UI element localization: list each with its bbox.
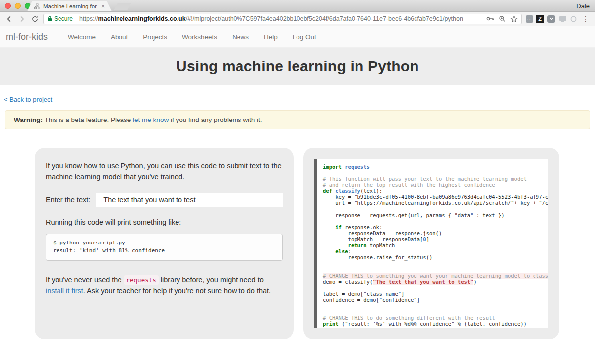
install-it-first-link[interactable]: install it first <box>46 287 83 295</box>
code-line <box>323 218 548 224</box>
code-line: else: <box>323 248 548 254</box>
code-line: responseData = response.json() <box>323 230 548 236</box>
code-line: return topMatch <box>323 243 548 248</box>
nav-item-projects[interactable]: Projects <box>135 33 175 41</box>
intro-text: If you know how to use Python, you can u… <box>46 161 283 182</box>
extension-icons: … Z <box>526 15 577 23</box>
security-label: Secure <box>54 15 73 22</box>
python-code-block[interactable]: import requests # This function will pas… <box>314 159 548 328</box>
outro-mid: library before, you might need to <box>159 276 264 284</box>
browser-menu-icon[interactable]: ⋮ <box>581 15 591 23</box>
code-line <box>323 260 548 266</box>
nav-item-about[interactable]: About <box>103 33 135 41</box>
code-line: # This function will pass your text to t… <box>323 176 548 182</box>
code-panel: import requests # This function will pas… <box>303 148 559 339</box>
code-line <box>323 285 548 291</box>
address-bar[interactable]: Secure https://machinelearningforkids.co… <box>43 14 522 24</box>
security-indicator[interactable]: Secure <box>47 15 73 22</box>
enter-text-label: Enter the text: <box>46 196 90 204</box>
tab-title: Machine Learning for Kids <box>43 3 98 9</box>
window-close-button[interactable] <box>5 3 11 9</box>
code-line: # and return the top result with the hig… <box>323 182 548 188</box>
code-line: # CHANGE THIS to do something different … <box>323 315 548 321</box>
code-line <box>323 309 548 315</box>
test-text-row: Enter the text: <box>46 193 283 207</box>
pocket-extension-icon[interactable] <box>547 15 555 23</box>
code-line: response = requests.get(url, params={ "d… <box>323 212 548 218</box>
urlbar-icons <box>486 15 518 22</box>
url-divider <box>76 16 76 22</box>
nav-item-news[interactable]: News <box>225 33 256 41</box>
window-controls <box>5 3 31 9</box>
browser-toolbar: Secure https://machinelearningforkids.co… <box>0 12 595 26</box>
url-path: /#!/mlproject/auth0%7C597fa4ea402bb10ebf… <box>186 15 463 22</box>
password-key-icon[interactable] <box>486 16 494 22</box>
code-line: def classify(text): <box>323 188 548 194</box>
forward-button[interactable] <box>17 14 26 23</box>
let-me-know-link[interactable]: let me know <box>133 116 169 123</box>
code-line: url = "https://machinelearningforkids.co… <box>323 200 548 206</box>
site-navbar: ml-for-kids WelcomeAboutProjectsWorkshee… <box>0 26 595 48</box>
browser-profile-name[interactable]: Dale <box>576 2 590 10</box>
content-panels: If you know how to use Python, you can u… <box>35 148 560 339</box>
back-to-project-link[interactable]: < Back to project <box>4 96 52 103</box>
nav-item-welcome[interactable]: Welcome <box>60 33 103 41</box>
extension-z-icon[interactable]: Z <box>536 15 544 23</box>
warning-label: Warning: <box>14 116 43 123</box>
circle-extension-icon[interactable] <box>570 16 577 22</box>
back-button[interactable] <box>4 14 13 23</box>
browser-tab[interactable]: Machine Learning for Kids × <box>27 1 112 11</box>
nav-item-worksheets[interactable]: Worksheets <box>175 33 225 41</box>
instructions-panel: If you know how to use Python, you can u… <box>35 148 294 339</box>
requests-inline-code: requests <box>124 275 159 285</box>
url-domain: machinelearningforkids.co.uk <box>98 15 186 22</box>
code-line <box>323 266 548 272</box>
code-line: demo = classify("The text that you want … <box>323 279 548 285</box>
code-line: if response.ok: <box>323 224 548 230</box>
code-line: import requests <box>323 164 548 170</box>
outro-text: If you've never used the requests librar… <box>46 274 283 297</box>
code-line: # CHANGE THIS to something you want your… <box>323 273 548 279</box>
extension-dots-icon[interactable]: … <box>526 15 533 23</box>
code-line <box>323 206 548 212</box>
outro-before: If you've never used the <box>46 276 124 284</box>
bookmark-star-icon[interactable] <box>510 15 518 22</box>
url-text[interactable]: https://machinelearningforkids.co.uk/#!/… <box>79 15 483 22</box>
code-line: response.raise_for_status() <box>323 254 548 260</box>
code-line <box>323 303 548 309</box>
url-scheme: https:// <box>79 15 98 22</box>
terminal-sample: $ python yourscript.py result: 'kind' wi… <box>46 234 283 261</box>
code-line <box>323 170 548 176</box>
warning-text-before: This is a beta feature. Please <box>43 116 133 123</box>
window-minimize-button[interactable] <box>15 3 21 9</box>
code-line: key = "b91bde3c-df05-4100-8ebf-ba09a86e9… <box>323 194 548 200</box>
page-title: Using machine learning in Python <box>176 58 419 75</box>
cast-screen-icon[interactable] <box>559 16 567 22</box>
code-line: label = demo["class_name"] <box>323 291 548 297</box>
site-nav-items: WelcomeAboutProjectsWorksheetsNewsHelpLo… <box>60 33 324 41</box>
lock-icon <box>47 16 52 22</box>
refresh-button[interactable] <box>30 14 39 23</box>
code-line: confidence = demo["confidence"] <box>323 297 548 303</box>
zoom-icon[interactable] <box>499 15 506 22</box>
test-text-input[interactable] <box>96 193 283 207</box>
code-line: topMatch = responseData[0] <box>323 236 548 242</box>
site-brand[interactable]: ml-for-kids <box>6 32 48 42</box>
outro-after: . Ask your teacher for help if you're no… <box>83 287 271 295</box>
nav-item-help[interactable]: Help <box>256 33 285 41</box>
code-line: print ("result: '%s' with %d%% confidenc… <box>323 321 548 327</box>
running-text: Running this code will print something l… <box>46 218 283 226</box>
tab-favicon-icon <box>34 3 40 9</box>
window-titlebar: Machine Learning for Kids × Dale <box>0 0 595 12</box>
beta-warning-banner: Warning: This is a beta feature. Please … <box>5 110 590 129</box>
new-tab-button[interactable] <box>114 3 131 10</box>
tab-close-icon[interactable]: × <box>101 3 105 9</box>
warning-text-after: if you find any problems with it. <box>169 116 262 123</box>
jumbotron: Using machine learning in Python <box>0 48 595 85</box>
nav-item-log-out[interactable]: Log Out <box>285 33 324 41</box>
